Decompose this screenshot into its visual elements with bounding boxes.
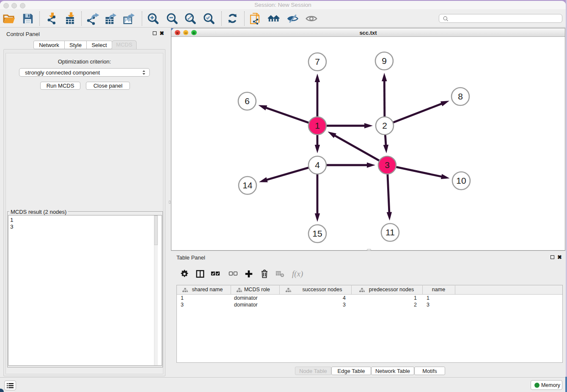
- svg-text:6: 6: [245, 96, 250, 106]
- svg-text:3: 3: [385, 160, 390, 170]
- svg-text:4: 4: [315, 160, 320, 170]
- svg-text:11: 11: [385, 227, 395, 237]
- svg-text:15: 15: [312, 229, 322, 238]
- svg-text:1: 1: [315, 121, 320, 130]
- svg-text:2: 2: [382, 121, 387, 130]
- svg-text:9: 9: [382, 56, 387, 66]
- svg-text:8: 8: [458, 91, 463, 101]
- svg-text:14: 14: [242, 180, 253, 190]
- svg-text:7: 7: [315, 57, 320, 66]
- svg-text:10: 10: [456, 176, 466, 185]
